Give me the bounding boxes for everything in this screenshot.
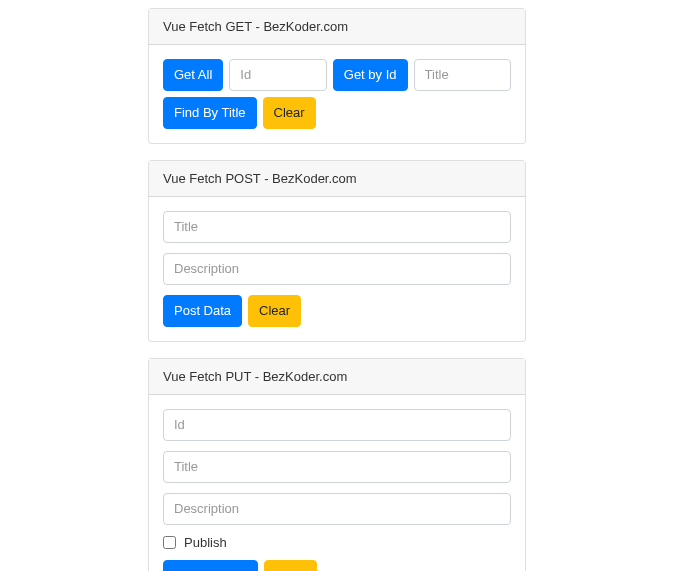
publish-label: Publish — [184, 535, 227, 550]
put-clear-button[interactable]: Clear — [264, 560, 317, 571]
post-description-input[interactable] — [163, 253, 511, 285]
post-title-input[interactable] — [163, 211, 511, 243]
get-by-id-button[interactable]: Get by Id — [333, 59, 408, 91]
post-card-body: Post Data Clear — [149, 197, 525, 341]
get-title-input[interactable] — [414, 59, 511, 91]
publish-checkbox-row[interactable]: Publish — [163, 535, 511, 550]
post-data-button[interactable]: Post Data — [163, 295, 242, 327]
get-card: Vue Fetch GET - BezKoder.com Get All Get… — [148, 8, 526, 144]
get-card-body: Get All Get by Id Find By Title Clear — [149, 45, 525, 143]
get-id-input[interactable] — [229, 59, 326, 91]
post-card: Vue Fetch POST - BezKoder.com Post Data … — [148, 160, 526, 342]
put-title-input[interactable] — [163, 451, 511, 483]
post-card-header: Vue Fetch POST - BezKoder.com — [149, 161, 525, 197]
find-by-title-button[interactable]: Find By Title — [163, 97, 257, 129]
post-clear-button[interactable]: Clear — [248, 295, 301, 327]
get-all-button[interactable]: Get All — [163, 59, 223, 91]
put-card-body: Publish Update Data Clear — [149, 395, 525, 571]
put-card-header: Vue Fetch PUT - BezKoder.com — [149, 359, 525, 395]
update-data-button[interactable]: Update Data — [163, 560, 258, 571]
put-id-input[interactable] — [163, 409, 511, 441]
put-card: Vue Fetch PUT - BezKoder.com Publish Upd… — [148, 358, 526, 571]
put-description-input[interactable] — [163, 493, 511, 525]
publish-checkbox[interactable] — [163, 536, 176, 549]
get-card-header: Vue Fetch GET - BezKoder.com — [149, 9, 525, 45]
get-clear-button[interactable]: Clear — [263, 97, 316, 129]
